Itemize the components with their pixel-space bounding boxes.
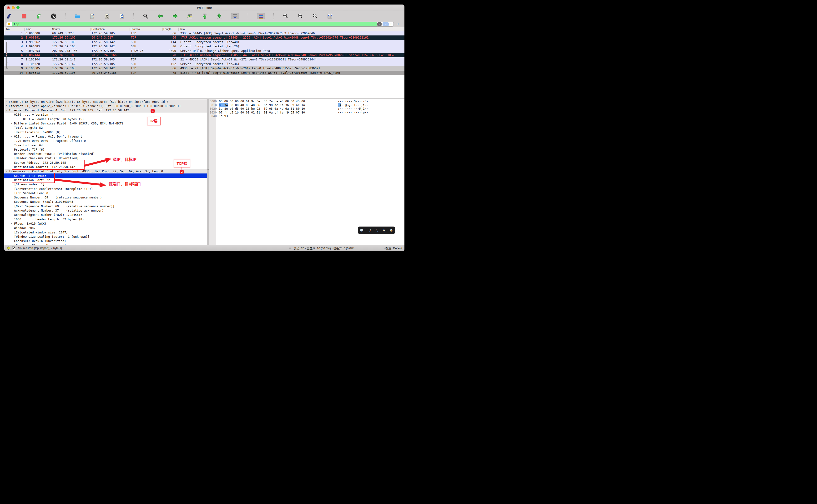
collapsed-chevron-icon[interactable]: > bbox=[10, 135, 12, 138]
palette-moon-icon[interactable]: ☽ bbox=[368, 229, 371, 232]
detail-line[interactable]: Header Checksum: 0x6c98 [validation disa… bbox=[4, 152, 207, 156]
detail-line[interactable]: .... 0101 = Header Length: 20 bytes (5) bbox=[4, 117, 207, 121]
zoom-in-icon[interactable] bbox=[283, 13, 289, 19]
profile-status[interactable]: 配置: Default bbox=[386, 247, 402, 251]
packet-row[interactable]: 10.00000060.249.3.227172.26.59.105TCP662… bbox=[4, 31, 404, 35]
detail-line[interactable]: Sequence Number (raw): 3197303045 bbox=[4, 200, 207, 204]
detail-line[interactable]: [Next Sequence Number: 69 (relative sequ… bbox=[4, 204, 207, 208]
display-filter-input[interactable]: tcp bbox=[12, 22, 377, 26]
detail-line[interactable]: Total Length: 52 bbox=[4, 126, 207, 130]
detail-line[interactable]: [Window size scaling factor: -1 (unknown… bbox=[4, 234, 207, 239]
packet-row[interactable]: 72.103104172.26.58.142172.26.59.105TCP66… bbox=[4, 57, 404, 62]
detail-line[interactable]: [Conversation completeness: Incomplete (… bbox=[4, 187, 207, 191]
palette-punctuation-icon[interactable]: °, bbox=[376, 229, 378, 232]
go-next-packet-icon[interactable] bbox=[172, 13, 178, 19]
detail-line[interactable]: Protocol: TCP (6) bbox=[4, 147, 207, 152]
stop-capture-icon[interactable] bbox=[21, 13, 27, 19]
col-header-length[interactable]: Length bbox=[163, 28, 171, 30]
close-capture-file-icon[interactable] bbox=[104, 13, 110, 19]
palette-chinese-icon[interactable]: 中 bbox=[360, 229, 364, 232]
detail-line[interactable]: >Differentiated Services Field: 0x00 (DS… bbox=[4, 121, 207, 126]
packet-row[interactable]: 20.000091172.26.59.10560.249.3.227TCP66[… bbox=[4, 35, 404, 40]
detail-line[interactable]: [Calculated window size: 2047] bbox=[4, 230, 207, 234]
detail-line[interactable]: Acknowledgment Number: 37 (relative ack … bbox=[4, 208, 207, 213]
detail-line[interactable]: Acknowledgment number (raw): 172845617 bbox=[4, 213, 207, 217]
filter-clear-icon[interactable]: ✕ bbox=[377, 22, 382, 26]
collapsed-chevron-icon[interactable]: > bbox=[10, 222, 12, 225]
hex-row[interactable]: 003007 ff c5 1b 00 00 01 01 08 0a cf fa … bbox=[209, 111, 404, 114]
hex-row[interactable]: 00401d 93·· bbox=[209, 114, 404, 118]
detail-line[interactable]: [Stream index: 1] bbox=[4, 182, 207, 187]
hex-row[interactable]: 001000 34 00 00 40 00 40 06 6c 98 ac 1a … bbox=[209, 103, 404, 107]
detail-line[interactable]: Time to Live: 64 bbox=[4, 143, 207, 147]
detail-line[interactable]: >Ethernet II, Src: Apple_7a:ba:e3 (9c:3e… bbox=[4, 104, 207, 108]
detail-line[interactable]: [Header checksum status: Unverified] bbox=[4, 156, 207, 160]
colorize-icon[interactable] bbox=[257, 13, 265, 19]
resize-columns-icon[interactable] bbox=[327, 13, 333, 19]
wireshark-start-capture-icon[interactable] bbox=[6, 13, 12, 19]
detail-scrollbar[interactable] bbox=[207, 99, 209, 245]
col-header-protocol[interactable]: Protocol bbox=[131, 28, 140, 30]
detail-line[interactable]: Checksum: 0xc51b [unverified] bbox=[4, 239, 207, 243]
hex-row[interactable]: 00203a 8e c0 d5 00 16 be 92 f9 05 0a 4d … bbox=[209, 107, 404, 111]
packet-row[interactable]: 92.106605172.26.59.105172.26.58.142TCP66… bbox=[4, 66, 404, 70]
packet-row[interactable]: 62.097444172.26.59.10520.205.243.166TCP7… bbox=[4, 53, 404, 57]
filter-dropdown-caret-icon[interactable]: ▼ bbox=[390, 23, 392, 25]
display-filter-field[interactable]: tcp ✕ → ▼ bbox=[6, 22, 394, 27]
collapsed-chevron-icon[interactable]: > bbox=[10, 122, 12, 125]
detail-line[interactable]: Window: 2047 bbox=[4, 226, 207, 230]
capture-options-gear-icon[interactable] bbox=[50, 13, 57, 19]
go-to-packet-icon[interactable] bbox=[187, 13, 193, 19]
detail-line[interactable]: 0100 .... = Version: 4 bbox=[4, 113, 207, 117]
detail-line[interactable]: vTransmission Control Protocol, Src Port… bbox=[4, 169, 207, 173]
palette-gear-icon[interactable]: ⚙ bbox=[390, 229, 393, 232]
detail-line[interactable]: [TCP Segment Len: 0] bbox=[4, 191, 207, 195]
collapsed-chevron-icon[interactable]: > bbox=[6, 100, 7, 103]
detail-line[interactable]: >010. .... = Flags: 0x2, Don't fragment bbox=[4, 134, 207, 138]
title-bar: Wi-Fi: en0 bbox=[4, 5, 404, 11]
restart-capture-icon[interactable] bbox=[36, 13, 42, 19]
packet-row[interactable]: 52.09725320.205.243.166172.26.59.105TLSv… bbox=[4, 49, 404, 53]
detail-line[interactable]: Sequence Number: 69 (relative sequence n… bbox=[4, 195, 207, 200]
detail-line[interactable]: >Flags: 0x010 (ACK) bbox=[4, 221, 207, 226]
packet-row[interactable]: 144.603313172.26.59.10520.205.243.166TCP… bbox=[4, 71, 404, 75]
col-header-no[interactable]: No. bbox=[6, 28, 10, 30]
go-first-packet-icon[interactable] bbox=[201, 13, 208, 19]
open-capture-file-icon[interactable] bbox=[74, 13, 80, 19]
packet-row[interactable]: 31.993962172.26.59.105172.26.58.142SSH11… bbox=[4, 40, 404, 44]
expert-info-icon[interactable] bbox=[7, 247, 10, 250]
detail-line[interactable]: Identification: 0x0000 (0) bbox=[4, 130, 207, 134]
col-header-destination[interactable]: Destination bbox=[91, 28, 104, 30]
palette-letter-icon[interactable]: A bbox=[383, 229, 385, 232]
packet-row[interactable]: 82.106520172.26.58.142172.26.59.105SSH10… bbox=[4, 62, 404, 66]
go-last-packet-icon[interactable] bbox=[216, 13, 223, 19]
packet-row[interactable]: 41.994083172.26.59.105172.26.58.142SSH86… bbox=[4, 44, 404, 49]
filter-bookmark-icon[interactable] bbox=[6, 22, 12, 26]
col-header-info[interactable]: Info bbox=[180, 28, 184, 30]
reload-capture-file-icon[interactable] bbox=[119, 13, 125, 19]
detail-line[interactable]: Destination Address: 172.26.58.142 bbox=[4, 165, 207, 169]
detail-line[interactable]: Source Address: 172.26.59.105 bbox=[4, 160, 207, 165]
detail-line[interactable]: Destination Port: 22 bbox=[4, 178, 207, 182]
save-capture-file-icon[interactable]: 010100110101110 bbox=[89, 13, 95, 19]
go-previous-packet-icon[interactable] bbox=[157, 13, 163, 19]
collapsed-chevron-icon[interactable]: > bbox=[6, 104, 7, 107]
zoom-out-icon[interactable] bbox=[297, 13, 304, 19]
add-filter-button[interactable]: + bbox=[397, 22, 399, 26]
auto-scroll-icon[interactable] bbox=[231, 13, 239, 19]
hex-row[interactable]: 000000 00 00 00 00 01 9c 3e 53 7a ba e3 … bbox=[209, 99, 404, 103]
capture-comment-icon[interactable] bbox=[12, 246, 15, 250]
detail-line[interactable]: >Frame 9: 66 bytes on wire (528 bits), 6… bbox=[4, 99, 207, 104]
col-header-time[interactable]: Time bbox=[25, 28, 31, 30]
expanded-chevron-icon[interactable]: v bbox=[6, 109, 7, 112]
zoom-reset-icon[interactable] bbox=[312, 13, 318, 19]
detail-line[interactable]: ...0 0000 0000 0000 = Fragment Offset: 0 bbox=[4, 139, 207, 143]
toolbar-separator bbox=[133, 13, 134, 19]
detail-line[interactable]: Source Port: 49365 bbox=[4, 173, 207, 178]
expanded-chevron-icon[interactable]: v bbox=[6, 170, 7, 173]
detail-line[interactable]: vInternet Protocol Version 4, Src: 172.2… bbox=[4, 108, 207, 113]
detail-line[interactable]: 1000 .... = Header Length: 32 bytes (8) bbox=[4, 217, 207, 221]
find-packet-icon[interactable] bbox=[142, 13, 149, 19]
filter-apply-icon[interactable]: → bbox=[383, 22, 389, 26]
col-header-source[interactable]: Source bbox=[52, 28, 60, 30]
